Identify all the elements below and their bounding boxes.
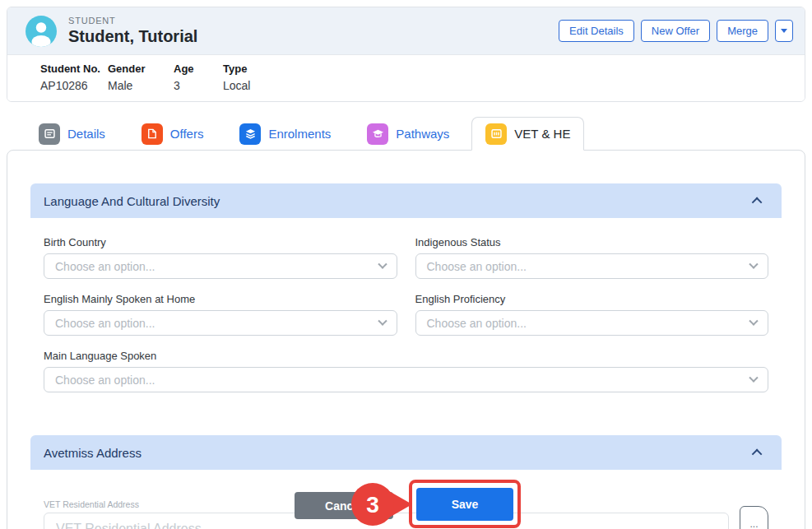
english-proficiency-field: English Proficiency Choose an option... bbox=[415, 293, 769, 336]
field-label: Main Language Spoken bbox=[44, 350, 768, 362]
birth-country-select[interactable]: Choose an option... bbox=[44, 253, 397, 279]
tab-offers[interactable]: Offers bbox=[128, 117, 218, 151]
details-card-icon bbox=[39, 123, 60, 145]
indigenous-status-select[interactable]: Choose an option... bbox=[415, 253, 769, 279]
chevron-down-icon bbox=[378, 316, 387, 325]
profile-header: STUDENT Student, Tutorial Edit Details N… bbox=[7, 7, 805, 54]
summary-student-no: Student No. AP10286 bbox=[40, 63, 108, 92]
merge-button[interactable]: Merge bbox=[717, 20, 768, 42]
profile-actions: Edit Details New Offer Merge bbox=[559, 20, 793, 42]
address-lookup-button[interactable]: ... bbox=[740, 506, 768, 529]
layers-icon bbox=[239, 123, 261, 145]
indigenous-status-field: Indigenous Status Choose an option... bbox=[415, 236, 769, 279]
summary-label: Type bbox=[223, 63, 250, 75]
summary-label: Student No. bbox=[40, 63, 108, 75]
tab-label: Enrolments bbox=[268, 127, 331, 141]
entity-type-label: STUDENT bbox=[68, 16, 197, 26]
language-diversity-section: Language And Cultural Diversity Birth Co… bbox=[30, 183, 782, 414]
profile-meta: STUDENT Student, Tutorial bbox=[68, 16, 197, 46]
main-language-field: Main Language Spoken Choose an option... bbox=[44, 350, 768, 392]
offer-document-icon bbox=[142, 123, 163, 145]
section-title: Avetmiss Address bbox=[44, 446, 142, 460]
summary-label: Gender bbox=[108, 63, 174, 75]
page: STUDENT Student, Tutorial Edit Details N… bbox=[0, 0, 812, 529]
student-profile-card: STUDENT Student, Tutorial Edit Details N… bbox=[7, 7, 805, 102]
tab-label: VET & HE bbox=[514, 127, 570, 141]
save-button[interactable]: Save bbox=[416, 488, 513, 521]
english-at-home-field: English Mainly Spoken at Home Choose an … bbox=[44, 293, 397, 336]
select-placeholder: Choose an option... bbox=[55, 260, 155, 273]
tab-details[interactable]: Details bbox=[25, 117, 119, 151]
student-name: Student, Tutorial bbox=[68, 27, 197, 46]
new-offer-button[interactable]: New Offer bbox=[641, 20, 710, 42]
language-diversity-section-header[interactable]: Language And Cultural Diversity bbox=[30, 183, 782, 218]
student-summary-bar: Student No. AP10286 Gender Male Age 3 Ty… bbox=[7, 54, 805, 101]
edit-details-button[interactable]: Edit Details bbox=[559, 20, 634, 42]
summary-age: Age 3 bbox=[174, 63, 223, 92]
tab-label: Details bbox=[67, 127, 105, 141]
tab-label: Offers bbox=[170, 127, 204, 141]
more-actions-button[interactable] bbox=[775, 20, 793, 42]
summary-type: Type Local bbox=[223, 63, 250, 92]
field-label: English Proficiency bbox=[415, 293, 769, 305]
caret-down-icon bbox=[781, 29, 787, 33]
chevron-down-icon bbox=[749, 373, 758, 382]
vet-residential-address-label: VET Residential Address bbox=[44, 499, 768, 509]
summary-value: AP10286 bbox=[40, 79, 108, 92]
tab-enrolments[interactable]: Enrolments bbox=[225, 117, 345, 151]
field-label: Indigenous Status bbox=[415, 236, 769, 248]
graduation-cap-icon bbox=[367, 123, 388, 145]
chevron-up-icon[interactable] bbox=[752, 448, 763, 459]
select-placeholder: Choose an option... bbox=[427, 260, 527, 273]
summary-value: Male bbox=[108, 79, 174, 92]
english-proficiency-select[interactable]: Choose an option... bbox=[415, 310, 769, 336]
save-highlight-box: Save bbox=[409, 480, 521, 528]
tab-bar: Details Offers Enrolments Pathways VET &… bbox=[7, 117, 805, 151]
english-at-home-select[interactable]: Choose an option... bbox=[44, 310, 397, 336]
select-placeholder: Choose an option... bbox=[55, 317, 155, 330]
tab-vet-he[interactable]: VET & HE bbox=[471, 117, 584, 151]
tab-label: Pathways bbox=[396, 127, 449, 141]
field-label: Birth Country bbox=[44, 236, 397, 248]
birth-country-field: Birth Country Choose an option... bbox=[44, 236, 397, 279]
summary-label: Age bbox=[174, 63, 223, 75]
section-title: Language And Cultural Diversity bbox=[44, 194, 220, 208]
summary-value: Local bbox=[223, 79, 250, 92]
chevron-down-icon bbox=[749, 316, 758, 325]
summary-gender: Gender Male bbox=[108, 63, 174, 92]
avetmiss-address-section: Avetmiss Address VET Residential Address… bbox=[30, 435, 782, 529]
cancel-button[interactable]: Cancel bbox=[295, 492, 393, 519]
tab-pathways[interactable]: Pathways bbox=[353, 117, 463, 151]
avetmiss-address-section-header[interactable]: Avetmiss Address bbox=[30, 435, 782, 470]
vet-he-panel: Language And Cultural Diversity Birth Co… bbox=[7, 150, 805, 529]
select-placeholder: Choose an option... bbox=[427, 317, 527, 330]
chart-columns-icon bbox=[485, 123, 507, 145]
chevron-down-icon bbox=[378, 259, 387, 268]
select-placeholder: Choose an option... bbox=[55, 374, 155, 387]
avetmiss-address-section-body: VET Residential Address ... bbox=[30, 470, 782, 529]
summary-value: 3 bbox=[174, 79, 223, 92]
main-language-select[interactable]: Choose an option... bbox=[44, 367, 768, 392]
avatar bbox=[26, 16, 57, 47]
chevron-down-icon bbox=[749, 259, 758, 268]
language-diversity-section-body: Birth Country Choose an option... Indige… bbox=[30, 218, 782, 414]
field-label: English Mainly Spoken at Home bbox=[44, 293, 397, 305]
chevron-up-icon[interactable] bbox=[752, 197, 763, 207]
person-icon bbox=[26, 16, 57, 47]
